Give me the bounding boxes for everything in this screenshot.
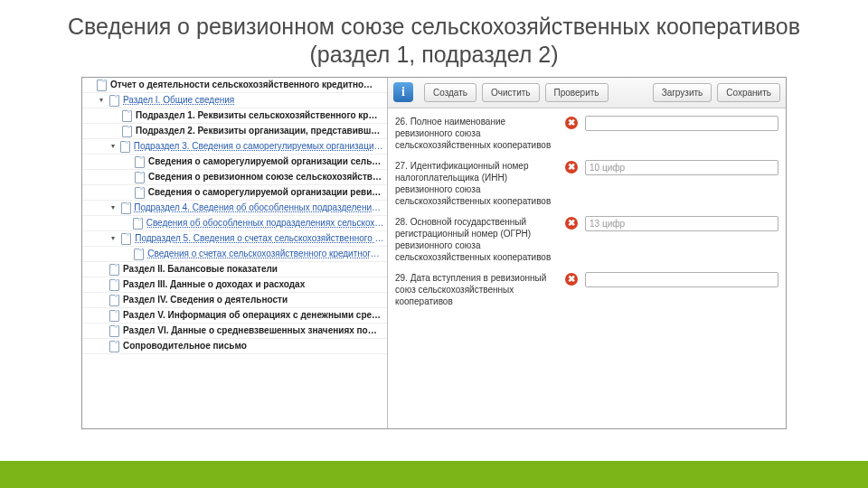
tree-label[interactable]: Сведения о счетах сельскохозяйственного …	[147, 249, 384, 258]
tree-label[interactable]: Подраздел 4. Сведения об обособленных по…	[134, 202, 384, 212]
tree-label[interactable]: Раздел II. Балансовые показатели	[123, 264, 278, 274]
document-icon	[108, 309, 120, 322]
tree-row[interactable]: Подраздел 1. Реквизиты сельскохозяйствен…	[82, 108, 387, 124]
tree-toggle-icon	[95, 324, 108, 337]
tree-row[interactable]: Сведения о ревизионном союзе сельскохозя…	[82, 170, 387, 185]
clear-button[interactable]: Очистить	[482, 83, 540, 102]
tree-label[interactable]: Раздел V. Информация об операциях с дене…	[123, 310, 381, 320]
form-area: 26. Полное наименование ревизионного сою…	[388, 108, 786, 314]
tree-row[interactable]: Сопроводительное письмо	[82, 339, 387, 354]
tree-label[interactable]: Подраздел 1. Реквизиты сельскохозяйствен…	[136, 110, 377, 120]
document-icon	[108, 340, 120, 352]
create-button[interactable]: Создать	[424, 83, 476, 102]
tree-row[interactable]: Сведения о саморегулируемой организации …	[82, 155, 387, 170]
right-panel: i Создать Очистить Проверить Загрузить С…	[388, 78, 786, 428]
tree-row[interactable]: ▾Подраздел 5. Сведения о счетах сельскох…	[82, 231, 387, 247]
document-icon	[108, 263, 120, 276]
tree-toggle-icon	[95, 309, 108, 322]
field-input[interactable]	[585, 272, 778, 287]
tree-row[interactable]: ▾Раздел I. Общие сведения	[82, 93, 387, 108]
error-icon[interactable]: ✖	[565, 161, 578, 174]
document-icon	[120, 125, 133, 137]
form-row: 27. Идентификационный номер налогоплател…	[395, 160, 778, 207]
tree-label[interactable]: Подраздел 5. Сведения о счетах сельскохо…	[135, 233, 384, 243]
document-icon	[118, 140, 130, 153]
tree-label[interactable]: Подраздел 2. Реквизиты организации, пред…	[136, 126, 380, 136]
document-icon	[131, 217, 144, 230]
tree-row[interactable]: ▾Подраздел 4. Сведения об обособленных п…	[82, 201, 387, 216]
tree-label[interactable]: Сведения о саморегулируемой организации …	[148, 187, 384, 197]
slide-title: Сведения о ревизионном союзе сельскохозя…	[0, 0, 868, 77]
toolbar: i Создать Очистить Проверить Загрузить С…	[388, 78, 786, 108]
tree-label[interactable]: Раздел I. Общие сведения	[123, 95, 234, 105]
field-input[interactable]	[585, 216, 778, 231]
tree-toggle-icon	[120, 248, 133, 260]
error-icon[interactable]: ✖	[565, 217, 578, 230]
document-icon	[133, 171, 146, 183]
document-icon	[133, 186, 146, 199]
tree-label[interactable]: Сопроводительное письмо	[123, 341, 247, 351]
load-button[interactable]: Загрузить	[653, 83, 712, 102]
tree-toggle-icon	[108, 125, 120, 137]
tree-label[interactable]: Подраздел 3. Сведения о саморегулируемых…	[134, 141, 384, 151]
tree-row[interactable]: Раздел II. Балансовые показатели	[82, 262, 387, 277]
tree-toggle-icon[interactable]: ▾	[107, 202, 119, 214]
tree-toggle-icon	[95, 340, 108, 352]
field-label: 29. Дата вступления в ревизионный союз с…	[395, 272, 558, 307]
tree-row[interactable]: ▾Подраздел 3. Сведения о саморегулируемы…	[82, 139, 387, 155]
tree-label[interactable]: Раздел IV. Сведения о деятельности	[123, 295, 288, 305]
error-icon[interactable]: ✖	[565, 273, 578, 286]
document-icon	[108, 294, 120, 306]
tree-toggle-icon[interactable]: ▾	[107, 140, 118, 153]
tree-toggle-icon	[119, 217, 132, 230]
field-label: 28. Основной государственный регистрацио…	[395, 216, 558, 263]
document-icon	[108, 94, 120, 107]
document-icon	[132, 248, 145, 260]
tree-toggle-icon	[95, 294, 108, 306]
tree-toggle-icon	[108, 109, 120, 122]
tree-toggle-icon	[120, 171, 133, 183]
tree-row[interactable]: Раздел VI. Данные о средневзвешенных зна…	[82, 324, 387, 339]
form-row: 28. Основной государственный регистрацио…	[395, 216, 778, 263]
field-label: 27. Идентификационный номер налогоплател…	[395, 160, 558, 207]
tree-label[interactable]: Раздел III. Данные о доходах и расходах	[123, 279, 305, 289]
tree-toggle-icon	[120, 155, 133, 168]
tree-row[interactable]: Раздел III. Данные о доходах и расходах	[82, 277, 387, 293]
tree-row[interactable]: Раздел IV. Сведения о деятельности	[82, 293, 387, 308]
tree-row[interactable]: Отчет о деятельности сельскохозяйственно…	[82, 78, 387, 93]
tree-row[interactable]: Сведения о саморегулируемой организации …	[82, 185, 387, 201]
tree-row[interactable]: Сведения о счетах сельскохозяйственного …	[82, 247, 387, 262]
tree-toggle-icon	[82, 79, 95, 91]
form-row: 29. Дата вступления в ревизионный союз с…	[395, 272, 778, 307]
tree-toggle-icon	[95, 278, 108, 291]
tree-toggle-icon[interactable]: ▾	[95, 94, 108, 107]
info-icon[interactable]: i	[393, 82, 413, 102]
tree-label[interactable]: Сведения о ревизионном союзе сельскохозя…	[148, 172, 382, 182]
error-icon[interactable]: ✖	[565, 117, 578, 129]
tree-label[interactable]: Раздел VI. Данные о средневзвешенных зна…	[123, 325, 377, 335]
document-icon	[119, 232, 132, 245]
app-frame: Отчет о деятельности сельскохозяйственно…	[81, 77, 787, 429]
tree-row[interactable]: Раздел V. Информация об операциях с дене…	[82, 308, 387, 324]
document-icon	[95, 79, 108, 91]
check-button[interactable]: Проверить	[545, 83, 609, 102]
field-input[interactable]	[585, 160, 778, 175]
document-icon	[133, 155, 146, 168]
tree-row[interactable]: Подраздел 2. Реквизиты организации, пред…	[82, 124, 387, 139]
tree-label[interactable]: Сведения об обособленных подразделениях …	[146, 218, 384, 228]
footer-bar	[0, 461, 868, 488]
save-button[interactable]: Сохранить	[717, 83, 780, 102]
tree-panel: Отчет о деятельности сельскохозяйственно…	[82, 78, 388, 428]
form-row: 26. Полное наименование ревизионного сою…	[395, 116, 778, 151]
field-label: 26. Полное наименование ревизионного сою…	[395, 116, 558, 151]
tree-toggle-icon[interactable]: ▾	[108, 232, 120, 245]
tree-row[interactable]: Сведения об обособленных подразделениях …	[82, 216, 387, 231]
document-icon	[119, 202, 132, 214]
document-icon	[108, 324, 120, 337]
tree-label[interactable]: Сведения о саморегулируемой организации …	[148, 156, 381, 166]
field-input[interactable]	[585, 116, 778, 131]
tree-label[interactable]: Отчет о деятельности сельскохозяйственно…	[110, 80, 373, 89]
tree-toggle-icon	[95, 263, 108, 276]
tree-toggle-icon	[120, 186, 133, 199]
document-icon	[108, 278, 120, 291]
